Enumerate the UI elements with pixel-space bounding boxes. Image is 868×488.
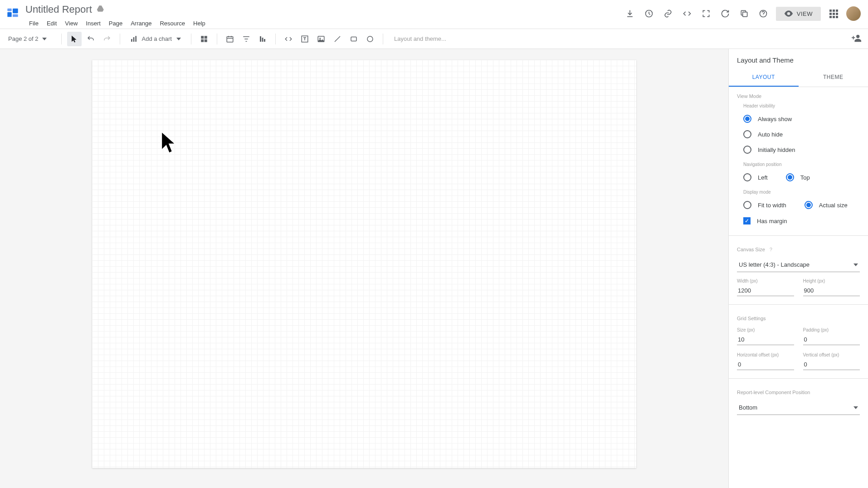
image-button[interactable] bbox=[314, 32, 328, 46]
embed-icon[interactable] bbox=[681, 7, 693, 20]
separator bbox=[275, 34, 276, 44]
page-indicator-label: Page 2 of 2 bbox=[8, 35, 39, 42]
redo-button[interactable] bbox=[100, 32, 114, 46]
add-chart-label: Add a chart bbox=[142, 35, 172, 42]
separator bbox=[217, 34, 217, 44]
help-icon[interactable]: ? bbox=[770, 247, 772, 252]
panel-tabs: LAYOUT THEME bbox=[729, 68, 868, 87]
svg-rect-3 bbox=[13, 15, 18, 17]
copy-icon[interactable] bbox=[738, 7, 751, 20]
add-collaborator-button[interactable] bbox=[852, 33, 862, 45]
report-canvas[interactable] bbox=[92, 60, 636, 468]
tab-layout[interactable]: LAYOUT bbox=[729, 68, 799, 87]
radio-nav-left[interactable]: Left bbox=[743, 170, 768, 185]
svg-rect-9 bbox=[135, 36, 137, 42]
svg-rect-10 bbox=[201, 36, 204, 39]
nav-position-label: Navigation position bbox=[743, 162, 860, 167]
canvas-preset-dropdown[interactable]: US letter (4:3) - Landscape bbox=[737, 258, 860, 272]
dropdown-arrow-icon bbox=[853, 264, 858, 266]
menu-edit[interactable]: Edit bbox=[43, 18, 60, 29]
view-button-label: VIEW bbox=[797, 10, 813, 17]
drive-icon[interactable] bbox=[97, 5, 105, 15]
svg-rect-11 bbox=[205, 36, 207, 39]
radio-actual-size[interactable]: Actual size bbox=[805, 197, 848, 213]
radio-fit-width[interactable]: Fit to width bbox=[743, 197, 786, 213]
separator bbox=[383, 34, 383, 44]
bar-chart-icon bbox=[130, 35, 137, 43]
app-header: Untitled Report File Edit View Insert Pa… bbox=[0, 0, 868, 29]
svg-rect-2 bbox=[13, 9, 18, 14]
download-icon[interactable] bbox=[624, 7, 636, 20]
eye-icon bbox=[784, 10, 793, 17]
canvas-area[interactable] bbox=[0, 49, 728, 488]
user-avatar[interactable] bbox=[846, 6, 861, 21]
height-label: Height (px) bbox=[803, 278, 860, 283]
radio-auto-hide[interactable]: Auto hide bbox=[743, 127, 860, 142]
tab-theme[interactable]: THEME bbox=[799, 68, 868, 87]
fullscreen-icon[interactable] bbox=[700, 7, 712, 20]
report-level-label: Report-level Component Position bbox=[737, 390, 810, 395]
workspace: Layout and Theme LAYOUT THEME View Mode … bbox=[0, 49, 868, 488]
svg-rect-1 bbox=[7, 12, 11, 17]
refresh-icon[interactable] bbox=[719, 7, 731, 20]
menu-insert[interactable]: Insert bbox=[82, 18, 104, 29]
page-selector[interactable]: Page 2 of 2 bbox=[5, 34, 49, 44]
svg-rect-17 bbox=[264, 39, 265, 42]
add-chart-button[interactable]: Add a chart bbox=[126, 34, 186, 44]
svg-rect-14 bbox=[227, 36, 233, 42]
menu-page[interactable]: Page bbox=[105, 18, 126, 29]
separator bbox=[61, 34, 62, 44]
grid-padding-label: Padding (px) bbox=[803, 327, 860, 332]
menu-arrange[interactable]: Arrange bbox=[127, 18, 155, 29]
document-title[interactable]: Untitled Report bbox=[25, 4, 92, 15]
apps-icon[interactable] bbox=[827, 7, 840, 20]
help-icon[interactable] bbox=[757, 7, 770, 20]
data-control-button[interactable] bbox=[255, 32, 270, 46]
toolbar: Page 2 of 2 Add a chart Layout and theme… bbox=[0, 29, 868, 49]
radio-initially-hidden[interactable]: Initially hidden bbox=[743, 142, 860, 157]
menu-view[interactable]: View bbox=[61, 18, 81, 29]
svg-rect-8 bbox=[133, 37, 134, 42]
properties-panel: Layout and Theme LAYOUT THEME View Mode … bbox=[728, 49, 868, 488]
grid-size-input[interactable] bbox=[737, 334, 794, 345]
voff-label: Vertical offset (px) bbox=[803, 352, 860, 357]
menubar: File Edit View Insert Page Arrange Resou… bbox=[25, 18, 624, 29]
link-icon[interactable] bbox=[662, 7, 674, 20]
height-input[interactable] bbox=[803, 285, 860, 296]
panel-title: Layout and Theme bbox=[729, 49, 868, 68]
select-tool[interactable] bbox=[67, 32, 82, 46]
divider bbox=[729, 304, 868, 305]
report-level-dropdown[interactable]: Bottom bbox=[737, 400, 860, 415]
voff-input[interactable] bbox=[803, 359, 860, 370]
hoff-label: Horizontal offset (px) bbox=[737, 352, 794, 357]
grid-size-label: Size (px) bbox=[737, 327, 794, 332]
hoff-input[interactable] bbox=[737, 359, 794, 370]
community-viz-button[interactable] bbox=[197, 32, 211, 46]
width-input[interactable] bbox=[737, 285, 794, 296]
rectangle-button[interactable] bbox=[346, 32, 361, 46]
separator bbox=[120, 34, 120, 44]
svg-rect-12 bbox=[201, 39, 204, 42]
filter-button[interactable] bbox=[239, 32, 254, 46]
date-range-button[interactable] bbox=[223, 32, 237, 46]
app-logo bbox=[5, 5, 20, 20]
grid-padding-input[interactable] bbox=[803, 334, 860, 345]
view-button[interactable]: VIEW bbox=[776, 7, 821, 21]
checkbox-has-margin[interactable]: ✓ Has margin bbox=[737, 213, 860, 229]
svg-rect-15 bbox=[260, 36, 261, 42]
url-embed-button[interactable] bbox=[281, 32, 296, 46]
radio-nav-top[interactable]: Top bbox=[786, 170, 810, 185]
radio-always-show[interactable]: Always show bbox=[743, 111, 860, 127]
circle-button[interactable] bbox=[363, 32, 377, 46]
menu-resource[interactable]: Resource bbox=[156, 18, 189, 29]
undo-button[interactable] bbox=[83, 32, 98, 46]
text-button[interactable] bbox=[297, 32, 312, 46]
menu-help[interactable]: Help bbox=[190, 18, 209, 29]
menu-file[interactable]: File bbox=[25, 18, 42, 29]
cursor-icon bbox=[160, 130, 178, 155]
line-button[interactable] bbox=[330, 32, 345, 46]
history-icon[interactable] bbox=[643, 7, 655, 20]
svg-rect-21 bbox=[351, 37, 356, 41]
svg-rect-13 bbox=[205, 39, 207, 42]
layout-theme-link[interactable]: Layout and theme... bbox=[394, 35, 446, 42]
